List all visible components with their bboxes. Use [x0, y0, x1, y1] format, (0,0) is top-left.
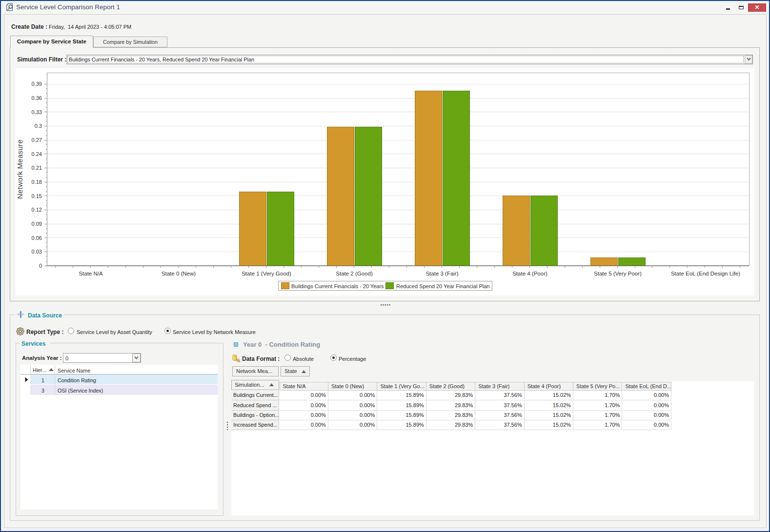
- svg-text:State 0 (New): State 0 (New): [162, 271, 196, 276]
- svg-text:Reduced Spend 20 Year Financia: Reduced Spend 20 Year Financial Plan: [396, 283, 489, 289]
- svg-text:State 2 (Good): State 2 (Good): [336, 271, 373, 276]
- svg-text:0.03: 0.03: [32, 249, 42, 255]
- svg-text:0.09: 0.09: [32, 221, 42, 227]
- svg-text:0.12: 0.12: [32, 207, 42, 213]
- svg-text:0.27: 0.27: [32, 137, 42, 143]
- svg-text:0.15: 0.15: [32, 193, 42, 199]
- svg-text:State 4 (Poor): State 4 (Poor): [512, 271, 547, 276]
- svg-text:%: %: [236, 358, 241, 363]
- svg-text:State N/A: State N/A: [79, 271, 103, 276]
- svg-text:0.39: 0.39: [32, 81, 42, 87]
- svg-text:Buildings Current Financials -: Buildings Current Financials - 20 Years: [291, 283, 384, 289]
- svg-text:State 3 (Fair): State 3 (Fair): [426, 271, 458, 276]
- svg-text:0.3: 0.3: [35, 123, 42, 129]
- svg-text:0.24: 0.24: [32, 151, 42, 157]
- svg-text:0.21: 0.21: [32, 165, 42, 171]
- svg-text:0.33: 0.33: [32, 109, 42, 115]
- svg-text:0: 0: [39, 263, 42, 269]
- svg-text:0.18: 0.18: [32, 179, 42, 185]
- svg-text:State 1 (Very Good): State 1 (Very Good): [242, 271, 291, 276]
- svg-text:0.06: 0.06: [32, 235, 42, 241]
- svg-text:Network Measure: Network Measure: [16, 139, 24, 199]
- svg-text:State 5 (Very Poor): State 5 (Very Poor): [594, 271, 642, 276]
- svg-text:0.36: 0.36: [32, 95, 42, 101]
- svg-text:State EoL (End Design Life): State EoL (End Design Life): [671, 271, 740, 276]
